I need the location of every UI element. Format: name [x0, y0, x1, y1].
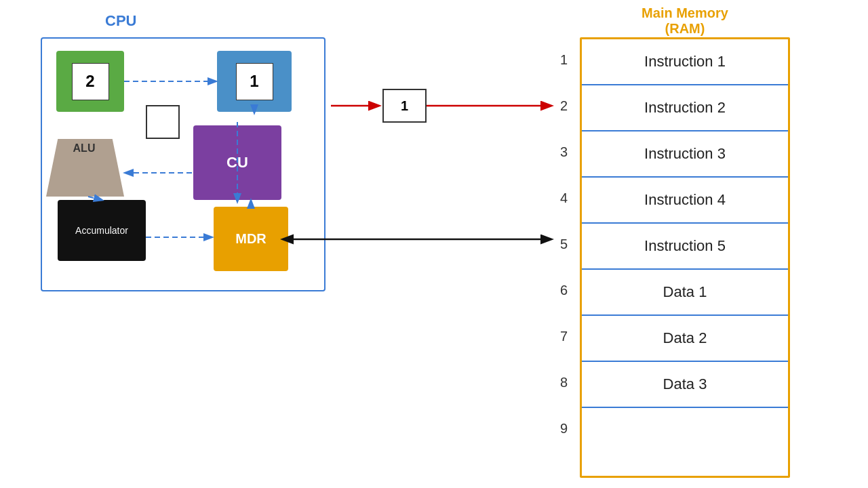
alu-label: ALU [50, 142, 118, 155]
memory-row-number: 2 [560, 98, 568, 114]
memory-row: Instruction 4 [582, 178, 788, 224]
memory-row-number: 8 [560, 375, 568, 390]
memory-row-number: 1 [560, 52, 568, 68]
ir-box: 1 [217, 51, 292, 112]
memory-row-number: 7 [560, 329, 568, 344]
memory-row: Instruction 1 [582, 39, 788, 85]
bus-value-box: 1 [382, 89, 427, 123]
cpu-label: CPU [105, 12, 136, 30]
ir-box-value: 1 [236, 63, 273, 100]
memory-cell-content: Instruction 1 [582, 53, 788, 70]
memory-cell-content: Instruction 2 [582, 99, 788, 117]
memory-cell-content: Instruction 5 [582, 237, 788, 255]
memory-row: Data 1 [582, 270, 788, 316]
memory-label: Main Memory (RAM) [580, 5, 790, 37]
memory-box: Instruction 1Instruction 2Instruction 3I… [580, 37, 790, 478]
memory-cell-content: Instruction 3 [582, 145, 788, 163]
memory-row: Data 3 [582, 362, 788, 408]
memory-row-number: 4 [560, 190, 568, 206]
memory-row: Instruction 3 [582, 131, 788, 178]
memory-cell-content: Data 3 [582, 375, 788, 393]
pc-box [146, 105, 180, 139]
memory-row: Instruction 2 [582, 85, 788, 131]
memory-row: Data 2 [582, 316, 788, 362]
memory-cell-content: Data 2 [582, 329, 788, 347]
memory-title-line1: Main Memory [642, 5, 728, 20]
cu-box: CU [193, 125, 281, 200]
accumulator-box: Accumulator [58, 200, 146, 261]
mdr-box: MDR [214, 207, 288, 271]
memory-title-line2: (RAM) [665, 21, 705, 36]
memory-row-number: 3 [560, 144, 568, 160]
memory-row: Instruction 5 [582, 224, 788, 270]
memory-row-number: 5 [560, 237, 568, 252]
memory-row-number: 6 [560, 283, 568, 298]
memory-cell-content: Instruction 4 [582, 191, 788, 209]
green-box-value: 2 [72, 63, 109, 100]
memory-row [582, 408, 788, 454]
green-box: 2 [56, 51, 124, 112]
memory-cell-content: Data 1 [582, 283, 788, 301]
memory-row-number: 9 [560, 421, 568, 436]
